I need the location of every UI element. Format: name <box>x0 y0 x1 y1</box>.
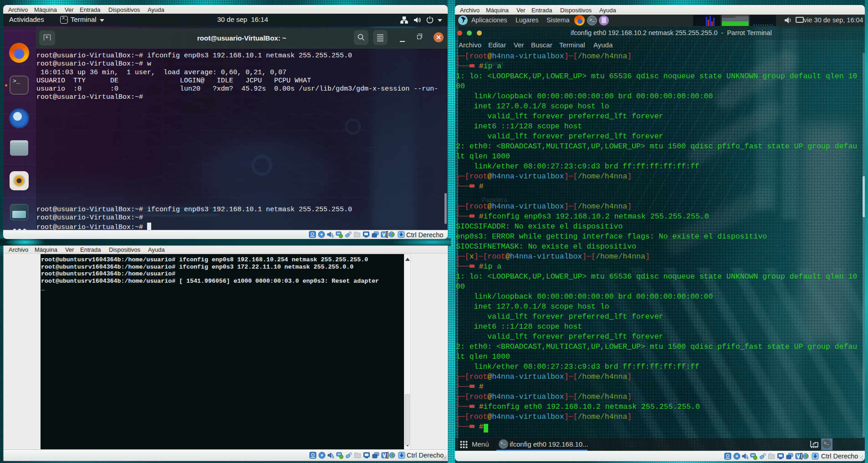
svg-text:z²: z² <box>812 442 816 446</box>
